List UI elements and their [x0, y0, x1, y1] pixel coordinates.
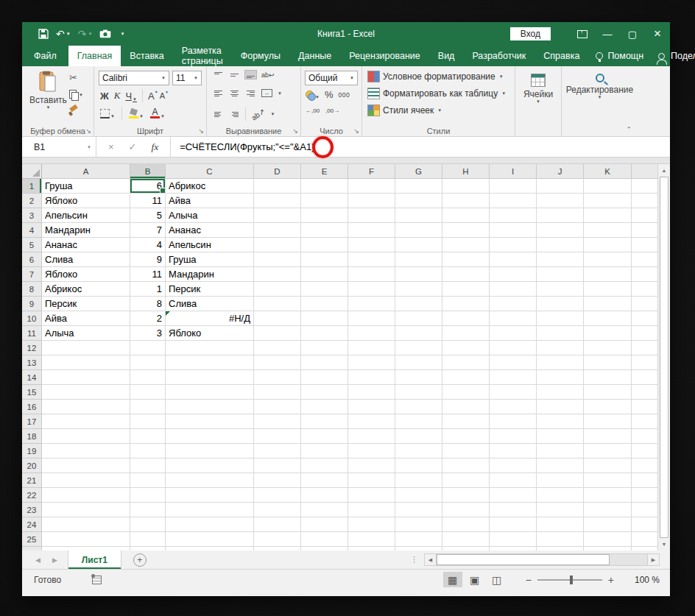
cell-E8[interactable]	[301, 282, 348, 297]
cell-J22[interactable]	[537, 488, 584, 503]
cell-B8[interactable]: 1	[130, 282, 166, 297]
font-family-combo[interactable]: Calibri▼	[99, 71, 169, 85]
cell-K10[interactable]	[584, 311, 632, 326]
align-center-button[interactable]	[229, 89, 240, 97]
cell-H2[interactable]	[442, 194, 490, 208]
row-header-2[interactable]: 2	[22, 194, 42, 208]
cell-D25[interactable]	[254, 532, 301, 547]
cell-K18[interactable]	[584, 429, 632, 444]
tab-page-layout[interactable]: Разметка страницы	[173, 46, 232, 66]
cell-E14[interactable]	[301, 370, 348, 385]
cell-G9[interactable]	[395, 297, 442, 311]
cell-K19[interactable]	[584, 444, 632, 459]
cell-partial-6[interactable]	[632, 252, 658, 267]
cell-J3[interactable]	[537, 208, 584, 223]
cell-K26[interactable]	[584, 547, 632, 550]
cell-F24[interactable]	[348, 517, 395, 532]
cell-B3[interactable]: 5	[130, 208, 166, 223]
cell-J24[interactable]	[537, 517, 584, 532]
cell-E25[interactable]	[301, 532, 348, 547]
bold-button[interactable]: Ж	[100, 91, 109, 102]
cell-F10[interactable]	[348, 311, 395, 326]
cell-G14[interactable]	[395, 370, 442, 385]
cell-A23[interactable]	[42, 503, 130, 517]
row-header-22[interactable]: 22	[22, 488, 42, 503]
cell-G25[interactable]	[395, 532, 442, 547]
cell-D6[interactable]	[254, 252, 301, 267]
cell-C17[interactable]	[166, 414, 254, 429]
align-top-button[interactable]	[213, 71, 224, 79]
cell-partial-12[interactable]	[632, 341, 658, 355]
cell-H14[interactable]	[442, 370, 490, 385]
tab-view[interactable]: Вид	[429, 46, 464, 66]
cell-A12[interactable]	[42, 341, 130, 355]
cell-E23[interactable]	[301, 503, 348, 517]
cell-C11[interactable]: Яблоко	[166, 326, 254, 341]
row-header-5[interactable]: 5	[22, 238, 42, 252]
cell-partial-17[interactable]	[632, 414, 658, 429]
cell-D16[interactable]	[254, 400, 301, 414]
cell-F9[interactable]	[348, 297, 395, 311]
cell-H20[interactable]	[442, 459, 490, 473]
align-bottom-button[interactable]	[245, 71, 256, 79]
cell-H9[interactable]	[442, 297, 490, 311]
cell-C4[interactable]: Ананас	[166, 223, 254, 238]
paste-button[interactable]: Вставить ▼	[29, 71, 67, 110]
conditional-formatting-button[interactable]: Условное форматирование▼	[368, 71, 504, 82]
cell-H15[interactable]	[442, 385, 490, 400]
maximize-button[interactable]: ▢	[620, 22, 645, 46]
cell-I4[interactable]	[490, 223, 537, 238]
column-header-H[interactable]: H	[442, 164, 490, 179]
cell-B11[interactable]: 3	[130, 326, 166, 341]
cell-C3[interactable]: Алыча	[166, 208, 254, 223]
cell-B21[interactable]	[130, 473, 166, 488]
cell-H10[interactable]	[442, 311, 490, 326]
cell-I3[interactable]	[490, 208, 537, 223]
cell-F17[interactable]	[348, 414, 395, 429]
cell-D8[interactable]	[254, 282, 301, 297]
row-header-14[interactable]: 14	[22, 370, 42, 385]
vertical-scroll-thumb[interactable]	[660, 177, 668, 538]
clipboard-dialog-launcher[interactable]: ↘	[85, 127, 91, 135]
cell-I26[interactable]	[490, 547, 537, 550]
cell-I14[interactable]	[490, 370, 537, 385]
cell-B17[interactable]	[130, 414, 166, 429]
tab-file[interactable]: Файл	[22, 46, 68, 66]
cell-I15[interactable]	[490, 385, 537, 400]
cell-partial-16[interactable]	[632, 400, 658, 414]
cell-B24[interactable]	[130, 517, 166, 532]
cell-K17[interactable]	[584, 414, 632, 429]
cell-partial-18[interactable]	[632, 429, 658, 444]
cell-K24[interactable]	[584, 517, 632, 532]
cell-K4[interactable]	[584, 223, 632, 238]
cell-B14[interactable]	[130, 370, 166, 385]
cell-A19[interactable]	[42, 444, 130, 459]
cell-I16[interactable]	[490, 400, 537, 414]
cell-E12[interactable]	[301, 341, 348, 355]
cell-H23[interactable]	[442, 503, 490, 517]
cell-B20[interactable]	[130, 459, 166, 473]
cell-I20[interactable]	[490, 459, 537, 473]
cell-B18[interactable]	[130, 429, 166, 444]
cell-K5[interactable]	[584, 238, 632, 252]
column-header-B[interactable]: B	[130, 164, 166, 179]
cell-partial-10[interactable]	[632, 311, 658, 326]
cell-D26[interactable]	[254, 547, 301, 550]
cell-J9[interactable]	[537, 297, 584, 311]
cell-D11[interactable]	[254, 326, 301, 341]
cell-C10[interactable]: #Н/Д	[166, 311, 254, 326]
cell-I8[interactable]	[490, 282, 537, 297]
cell-I24[interactable]	[490, 517, 537, 532]
cell-K1[interactable]	[584, 179, 632, 194]
cell-B1[interactable]: 6	[130, 179, 166, 194]
align-middle-button[interactable]	[229, 71, 240, 79]
next-sheet-icon[interactable]: ▶	[52, 556, 57, 564]
cell-K13[interactable]	[584, 355, 632, 370]
cell-I25[interactable]	[490, 532, 537, 547]
cell-partial-14[interactable]	[632, 370, 658, 385]
row-header-20[interactable]: 20	[22, 459, 42, 473]
cell-G18[interactable]	[395, 429, 442, 444]
column-header-partial[interactable]	[632, 164, 658, 179]
cell-D24[interactable]	[254, 517, 301, 532]
cell-B26[interactable]	[130, 547, 166, 550]
